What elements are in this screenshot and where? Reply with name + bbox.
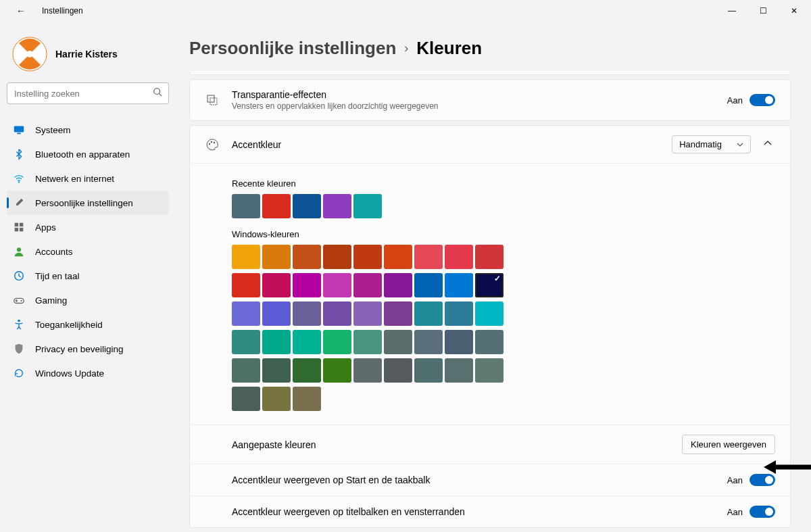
sidebar-item-apps[interactable]: Apps [7,215,169,239]
windows-color-swatch[interactable] [353,245,382,269]
sidebar-item-wifi[interactable]: Netwerk en internet [7,166,169,191]
windows-color-swatch[interactable] [262,301,291,326]
recent-color-swatch[interactable] [353,194,382,218]
user-profile[interactable]: Harrie Kisters [7,28,169,82]
sidebar-item-account[interactable]: Accounts [7,239,169,264]
windows-color-swatch[interactable] [353,358,382,383]
windows-color-swatch[interactable] [232,358,260,383]
gaming-icon [12,293,26,307]
sidebar-item-display[interactable]: Systeem [7,118,169,142]
close-button[interactable]: ✕ [779,0,810,22]
recent-color-swatch[interactable] [232,194,260,218]
windows-color-swatch[interactable] [262,273,291,297]
collapse-chevron[interactable] [760,136,775,153]
accent-mode-dropdown[interactable]: Handmatig [672,135,751,153]
sidebar-item-clock[interactable]: Tijd en taal [7,264,169,288]
accent-start-taskbar-row[interactable]: Accentkleur weergeven op Start en de taa… [190,464,790,495]
sidebar-item-label: Accounts [35,247,73,257]
windows-color-swatch[interactable] [293,330,321,354]
display-icon [12,123,26,137]
windows-color-swatch[interactable] [445,245,473,269]
search-input[interactable] [7,82,169,104]
windows-color-swatch[interactable] [293,387,321,411]
sidebar-item-label: Privacy en beveiliging [35,344,124,354]
sidebar-item-label: Systeem [35,125,71,135]
recent-color-swatch[interactable] [323,194,351,218]
sidebar-item-gaming[interactable]: Gaming [7,288,169,312]
windows-color-swatch[interactable] [323,330,351,354]
windows-color-swatch[interactable] [445,273,473,297]
svg-rect-7 [15,223,18,226]
sidebar-item-bluetooth[interactable]: Bluetooth en apparaten [7,142,169,166]
windows-color-swatch[interactable] [323,245,351,269]
svg-rect-9 [15,228,18,231]
windows-color-swatch[interactable] [445,301,473,326]
accent-row[interactable]: Accentkleur Handmatig [190,126,790,163]
windows-color-swatch[interactable] [414,330,443,354]
update-icon [12,366,26,380]
windows-color-swatch[interactable] [293,301,321,326]
svg-point-14 [21,300,22,301]
windows-color-swatch[interactable] [323,358,351,383]
windows-color-swatch[interactable] [475,301,503,326]
windows-color-swatch[interactable] [323,273,351,297]
maximize-button[interactable]: ☐ [747,0,779,22]
custom-colors-label: Aangepaste kleuren [205,439,682,450]
show-colors-button[interactable]: Kleuren weergeven [682,435,775,454]
windows-color-swatch[interactable] [414,358,443,383]
windows-color-swatch[interactable] [445,358,473,383]
breadcrumb-parent[interactable]: Persoonlijke instellingen [189,38,396,59]
accent-start-taskbar-state: Aan [727,475,743,485]
transparency-toggle[interactable] [749,94,775,106]
sidebar-item-label: Windows Update [35,368,104,379]
windows-color-swatch[interactable] [384,358,412,383]
windows-color-swatch[interactable] [293,245,321,269]
recent-color-swatch[interactable] [262,194,291,218]
windows-color-swatch[interactable] [475,330,503,354]
transparency-row[interactable]: Transparantie-effecten Vensters en opper… [190,80,790,120]
windows-color-swatch[interactable] [384,245,412,269]
windows-color-swatch[interactable] [323,301,351,326]
windows-color-swatch[interactable] [475,245,503,269]
windows-color-swatch[interactable] [414,301,443,326]
windows-color-swatch[interactable] [414,273,443,297]
windows-color-swatch[interactable] [353,273,382,297]
windows-color-swatch[interactable] [232,330,260,354]
windows-color-swatch[interactable] [384,330,412,354]
accent-mode-value: Handmatig [679,139,722,149]
windows-color-swatch[interactable] [293,273,321,297]
windows-color-swatch[interactable] [232,273,260,297]
svg-point-15 [18,320,20,322]
windows-color-swatch[interactable] [384,301,412,326]
windows-color-swatch[interactable] [353,301,382,326]
windows-color-swatch[interactable] [445,330,473,354]
windows-color-swatch[interactable] [293,358,321,383]
minimize-button[interactable]: — [716,0,747,22]
sidebar-item-shield[interactable]: Privacy en beveiliging [7,337,169,361]
windows-color-swatch[interactable] [262,245,291,269]
transparency-title: Transparantie-effecten [232,89,727,100]
accent-titlebars-toggle[interactable] [749,506,775,518]
windows-color-swatch[interactable] [414,245,443,269]
brush-icon [12,196,26,210]
windows-color-swatch[interactable] [262,358,291,383]
windows-color-swatch[interactable] [232,301,260,326]
windows-color-swatch[interactable] [262,330,291,354]
svg-point-1 [26,51,33,57]
apps-icon [12,220,26,234]
svg-point-6 [18,181,20,183]
windows-color-swatch[interactable] [262,387,291,411]
windows-color-swatch[interactable] [475,273,503,297]
accent-titlebars-row[interactable]: Accentkleur weergeven op titelbalken en … [190,495,790,527]
back-button[interactable]: ← [12,4,30,18]
sidebar-item-update[interactable]: Windows Update [7,361,169,385]
sidebar-item-accessibility[interactable]: Toegankelijkheid [7,312,169,337]
annotation-arrow [764,458,811,476]
sidebar-item-brush[interactable]: Persoonlijke instellingen [7,191,169,215]
windows-color-swatch[interactable] [232,387,260,411]
windows-color-swatch[interactable] [384,273,412,297]
recent-color-swatch[interactable] [293,194,321,218]
windows-color-swatch[interactable] [232,245,260,269]
windows-color-swatch[interactable] [475,358,503,383]
windows-color-swatch[interactable] [353,330,382,354]
